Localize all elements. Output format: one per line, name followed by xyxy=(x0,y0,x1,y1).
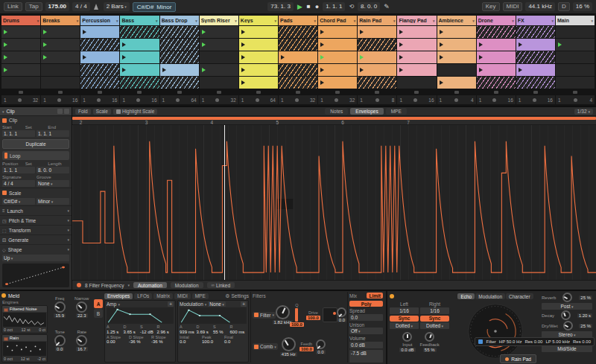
clip-slot-hatched[interactable] xyxy=(80,77,119,89)
peak-field[interactable]: 100.0 xyxy=(202,339,224,345)
track-header[interactable]: Chord Pad▾ xyxy=(318,16,357,25)
device-on-toggle[interactable] xyxy=(390,294,394,298)
clip-slot-empty[interactable] xyxy=(556,77,595,89)
decay-field[interactable]: 3.65 s xyxy=(124,330,141,335)
clip-slot-hatched[interactable] xyxy=(516,77,555,89)
freq-knob[interactable]: Freq 15.9 xyxy=(49,296,71,329)
clip-slot-empty[interactable] xyxy=(1,77,40,89)
clip-launch-icon[interactable] xyxy=(83,30,86,34)
comb-toggle[interactable] xyxy=(254,345,259,349)
clip-stop-button[interactable] xyxy=(358,89,396,95)
clip-launch-icon[interactable] xyxy=(43,30,47,34)
loop-icon[interactable]: ⟲ xyxy=(348,4,355,10)
knob-dial[interactable] xyxy=(54,301,66,313)
chevron-down-icon[interactable]: ▾ xyxy=(77,19,79,23)
clip-slot[interactable] xyxy=(120,64,159,76)
cent-field[interactable]: 0 ct xyxy=(39,328,45,332)
grid-interval-menu[interactable]: 1/32 xyxy=(574,109,593,115)
clip-launch-icon[interactable] xyxy=(241,68,245,72)
clip-slot-empty[interactable] xyxy=(556,51,595,63)
clip-launch-icon[interactable] xyxy=(399,30,403,34)
clip-stop-button[interactable] xyxy=(120,89,159,95)
track-header[interactable]: Percussion▾ xyxy=(80,16,119,25)
clip-launch-icon[interactable] xyxy=(241,80,245,85)
release-field[interactable]: 2.96 s xyxy=(157,330,174,335)
chevron-down-icon[interactable]: ▾ xyxy=(37,19,39,23)
clip-launch-icon[interactable] xyxy=(519,68,522,72)
engine-tab-b[interactable]: B xyxy=(94,309,103,318)
clip-slot-hatched[interactable] xyxy=(279,77,317,89)
clip-slot[interactable] xyxy=(279,51,317,63)
stop-button[interactable]: ■ xyxy=(306,4,311,10)
reverb-position-menu[interactable]: Post xyxy=(542,303,592,310)
clip-launch-icon[interactable] xyxy=(4,55,7,60)
tab-midi[interactable]: MIDI xyxy=(174,293,191,299)
envelope-view-icon[interactable] xyxy=(64,109,69,114)
clip-stop-button[interactable] xyxy=(41,89,80,95)
clip-slot[interactable] xyxy=(80,51,119,63)
tab-echo[interactable]: Echo xyxy=(457,293,475,299)
clip-slot[interactable] xyxy=(1,39,40,51)
clip-scale-name-menu[interactable]: Minor xyxy=(37,198,69,205)
comb-type-menu[interactable]: Comb ▾ xyxy=(253,343,278,350)
oct-field[interactable]: 0 oct xyxy=(4,328,13,332)
clip-launch-icon[interactable] xyxy=(122,68,126,72)
clip-slot-empty[interactable] xyxy=(397,77,436,89)
feedb-value[interactable]: 100.0 xyxy=(299,347,314,351)
end-field[interactable]: 1. 1. 1 xyxy=(37,130,69,137)
clip-slot[interactable] xyxy=(318,39,357,51)
knob-dial[interactable] xyxy=(425,332,434,342)
chevron-down-icon[interactable]: ▾ xyxy=(433,19,435,23)
echo-tunnel-display[interactable] xyxy=(467,300,524,363)
limit-button[interactable]: Limit xyxy=(367,293,383,298)
knob-dial[interactable] xyxy=(337,307,346,317)
clip-slot[interactable] xyxy=(160,64,199,76)
d-slope-field[interactable]: -36 % xyxy=(129,339,151,345)
clip-launch-icon[interactable] xyxy=(202,30,206,34)
tab-envelopes-meld[interactable]: Envelopes xyxy=(104,293,133,299)
knob-dial[interactable] xyxy=(76,301,87,313)
clip-launch-icon[interactable] xyxy=(360,55,364,60)
current-track-indicator[interactable]: Rain Pad xyxy=(500,354,536,363)
clip-launch-icon[interactable] xyxy=(558,42,562,47)
clip-stop-button[interactable] xyxy=(318,89,357,95)
clip-slot-hatched[interactable] xyxy=(477,26,516,38)
collapse-icon[interactable]: ▾ xyxy=(2,109,4,114)
clip-launch-icon[interactable] xyxy=(440,30,443,34)
clip-slot[interactable] xyxy=(477,51,516,63)
knob-dial[interactable] xyxy=(561,310,571,320)
clip-launch-icon[interactable] xyxy=(4,68,7,72)
lp-res-value[interactable]: Res 0.00 xyxy=(573,339,591,344)
chevron-down-icon[interactable]: ▾ xyxy=(235,19,237,23)
poly-button[interactable]: Poly xyxy=(349,301,383,307)
clip-slot[interactable] xyxy=(200,26,238,38)
amp-env-menu[interactable]: Amp xyxy=(107,301,116,307)
clip-launch-icon[interactable] xyxy=(43,55,47,60)
link-button[interactable]: Link xyxy=(4,2,22,12)
track-header[interactable]: Drums▾ xyxy=(1,16,40,25)
right-sync-mode-menu[interactable]: Dotted xyxy=(420,322,449,329)
knob-dial[interactable] xyxy=(276,305,290,319)
clip-slot-empty[interactable] xyxy=(556,26,595,38)
feedback-knob[interactable]: Feedback 55 % xyxy=(420,332,440,352)
clip-slot-hatched[interactable] xyxy=(160,26,199,38)
clip-slot[interactable] xyxy=(120,51,159,63)
rate-knob[interactable]: Rate 16.7 xyxy=(72,330,93,363)
clip-launch-icon[interactable] xyxy=(241,42,245,47)
clip-stop-button[interactable] xyxy=(556,89,595,95)
mid-side-label[interactable]: Mid/Side xyxy=(542,345,592,352)
right-time-field[interactable]: 1/16 xyxy=(420,307,449,314)
track-header[interactable]: Rain Pad▾ xyxy=(358,16,396,25)
chevron-down-icon[interactable]: ▾ xyxy=(314,19,317,23)
clip-launch-icon[interactable] xyxy=(399,42,403,47)
chevron-down-icon[interactable]: ▾ xyxy=(512,19,514,23)
clip-stop-button[interactable] xyxy=(397,89,436,95)
clip-slot-hatched[interactable] xyxy=(160,39,199,51)
clip-launch-icon[interactable] xyxy=(399,55,403,60)
start-field[interactable]: 1. 1. 1 xyxy=(2,130,35,137)
clip-slot[interactable] xyxy=(239,77,278,89)
final-field[interactable]: 0.0 xyxy=(224,339,247,345)
filter-type-menu[interactable]: Filter ▾ xyxy=(253,312,276,319)
filter-toggle[interactable] xyxy=(254,313,259,317)
clip-stop-button[interactable] xyxy=(516,89,555,95)
